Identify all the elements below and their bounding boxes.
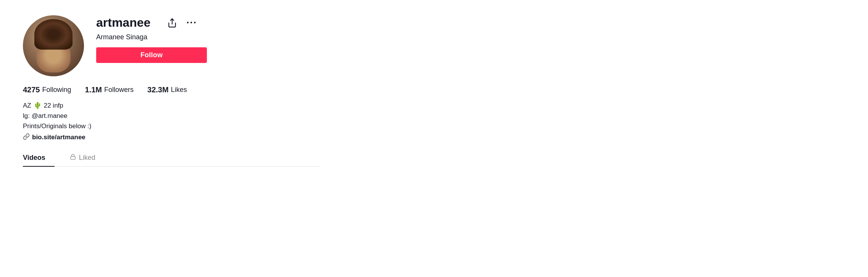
- tabs-row: Videos Liked: [23, 151, 321, 167]
- more-options-button[interactable]: ···: [185, 15, 198, 30]
- likes-count: 32.3M: [147, 85, 169, 94]
- avatar: [23, 15, 84, 76]
- username: artmanee: [96, 16, 150, 30]
- bio-section: AZ 🌵 22 infp lg: @art.manee Prints/Origi…: [23, 100, 321, 142]
- stats-row: 4275 Following 1.1M Followers 32.3M Like…: [23, 85, 321, 94]
- username-row: artmanee ···: [96, 15, 321, 30]
- bio-text-1b: 22 infp: [44, 100, 63, 111]
- profile-header: artmanee ··· Armanee Sinaga Follow: [23, 15, 321, 76]
- followers-stat[interactable]: 1.1M Followers: [85, 85, 134, 94]
- likes-stat: 32.3M Likes: [147, 85, 187, 94]
- tab-liked[interactable]: Liked: [70, 151, 105, 166]
- display-name: Armanee Sinaga: [96, 33, 321, 41]
- profile-container: artmanee ··· Armanee Sinaga Follow: [0, 0, 344, 167]
- follow-button[interactable]: Follow: [96, 47, 207, 63]
- followers-count: 1.1M: [85, 85, 102, 94]
- followers-label: Followers: [104, 86, 134, 94]
- following-count: 4275: [23, 85, 40, 94]
- tab-liked-label: Liked: [79, 154, 95, 162]
- svg-rect-1: [71, 156, 75, 159]
- likes-label: Likes: [171, 86, 187, 94]
- share-icon: [167, 18, 177, 28]
- bio-line-1: AZ 🌵 22 infp: [23, 100, 321, 111]
- action-icons: ···: [166, 15, 198, 30]
- bio-text-2: lg: @art.manee: [23, 111, 67, 121]
- cactus-emoji: 🌵: [34, 100, 42, 111]
- lock-icon: [70, 154, 76, 162]
- avatar-wrapper: [23, 15, 84, 76]
- link-icon: [23, 133, 30, 142]
- bio-text-1: AZ: [23, 100, 31, 111]
- following-label: Following: [42, 86, 71, 94]
- bio-line-3: Prints/Originals below :): [23, 121, 321, 131]
- tab-videos-label: Videos: [23, 154, 45, 162]
- profile-info: artmanee ··· Armanee Sinaga Follow: [96, 15, 321, 63]
- more-icon: ···: [186, 17, 197, 29]
- share-button[interactable]: [166, 16, 179, 29]
- bio-line-2: lg: @art.manee: [23, 111, 321, 121]
- tab-videos[interactable]: Videos: [23, 151, 55, 166]
- following-stat[interactable]: 4275 Following: [23, 85, 71, 94]
- bio-text-3: Prints/Originals below :): [23, 121, 92, 131]
- chain-icon: [23, 133, 30, 140]
- bio-link[interactable]: bio.site/artmanee: [23, 133, 321, 142]
- bio-link-text: bio.site/artmanee: [32, 134, 86, 141]
